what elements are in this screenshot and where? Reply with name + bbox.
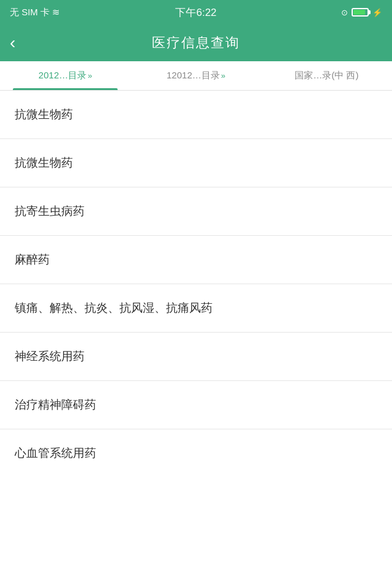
bolt-icon: ⚡ [372,8,382,17]
list-item[interactable]: 麻醉药 [0,236,392,284]
list-item[interactable]: 治疗精神障碍药 [0,381,392,429]
status-left: 无 SIM 卡 ≋ [10,7,60,18]
tab-2012-catalog-arrow: » [88,71,92,80]
list-item[interactable]: 心血管系统用药 [0,429,392,477]
list-item[interactable]: 镇痛、解热、抗炎、抗风湿、抗痛风药 [0,284,392,333]
sim-label: 无 SIM 卡 ≋ [10,7,60,18]
list-item[interactable]: 抗微生物药 [0,139,392,187]
lock-icon: ⊙ [341,8,348,17]
status-time: 下午6:22 [175,6,216,20]
list-item[interactable]: 抗微生物药 [0,91,392,139]
page-title: 医疗信息查询 [152,34,240,52]
list-item[interactable]: 神经系统用药 [0,333,392,381]
tab-national-catalog-label: 国家…录(中 西) [295,70,358,81]
status-right: ⊙ ⚡ [341,8,382,17]
tab-12012-catalog-label: 12012…目录 [167,70,220,81]
tab-bar: 2012…目录 » 12012…目录 » 国家…录(中 西) [0,61,392,91]
tab-12012-catalog-arrow: » [221,71,225,80]
tab-2012-catalog[interactable]: 2012…目录 » [0,61,130,90]
battery-icon [352,8,369,17]
back-button[interactable]: ‹ [10,34,15,51]
list-item[interactable]: 抗寄生虫病药 [0,187,392,236]
tab-national-catalog[interactable]: 国家…录(中 西) [262,61,392,90]
drug-category-list: 抗微生物药抗微生物药抗寄生虫病药麻醉药镇痛、解热、抗炎、抗风湿、抗痛风药神经系统… [0,91,392,477]
tab-2012-catalog-label: 2012…目录 [39,70,86,81]
battery-fill [353,10,365,15]
tab-12012-catalog[interactable]: 12012…目录 » [130,61,261,90]
status-bar: 无 SIM 卡 ≋ 下午6:22 ⊙ ⚡ [0,0,392,24]
nav-bar: ‹ 医疗信息查询 [0,24,392,61]
